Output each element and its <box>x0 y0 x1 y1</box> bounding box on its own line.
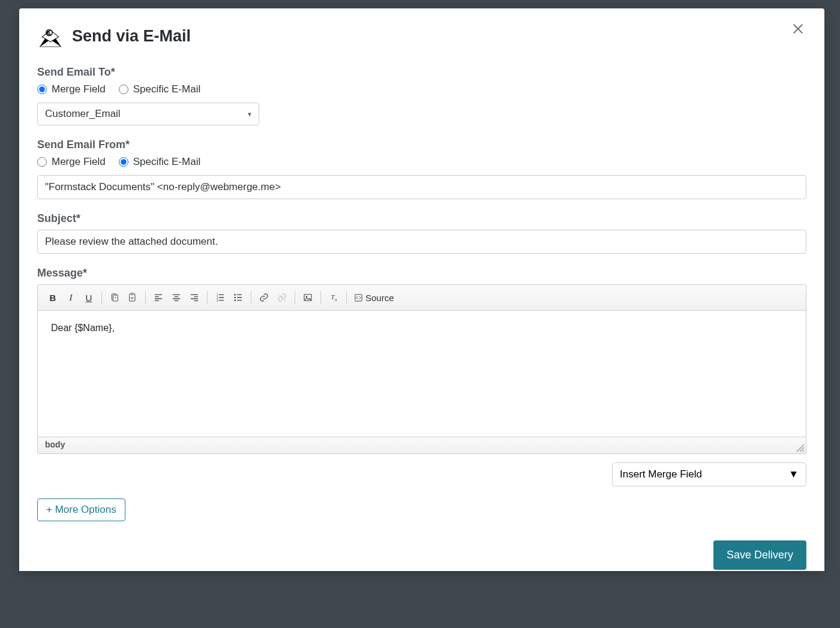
send-via-email-dialog: Send via E-Mail Send Email To* Merge Fie… <box>19 8 824 571</box>
align-center-icon <box>172 293 181 302</box>
send-from-specific-radio[interactable] <box>119 157 128 167</box>
svg-text:T: T <box>331 293 335 301</box>
send-from-specific-option[interactable]: Specific E-Mail <box>119 156 200 168</box>
toolbar-separator <box>295 291 295 304</box>
unordered-list-icon <box>233 293 243 302</box>
editor-toolbar: B I U T W <box>38 285 806 311</box>
chevron-down-icon: ▼ <box>788 468 799 480</box>
unlink-button[interactable] <box>273 290 291 305</box>
subject-input[interactable] <box>37 230 806 254</box>
svg-point-11 <box>234 294 236 296</box>
save-delivery-button[interactable]: Save Delivery <box>713 540 806 570</box>
subject-section: Subject* <box>37 212 806 254</box>
dropdown-label: Insert Merge Field <box>620 468 702 480</box>
send-from-input[interactable] <box>37 175 806 199</box>
send-to-label: Send Email To* <box>37 66 806 79</box>
toolbar-separator <box>145 291 146 304</box>
toolbar-separator <box>320 291 321 304</box>
resize-icon <box>796 444 805 452</box>
toolbar-separator <box>346 291 347 304</box>
source-button[interactable]: Source <box>350 290 398 305</box>
send-to-specific-radio[interactable] <box>119 85 128 94</box>
send-to-dropdown[interactable]: Customer_Email ▼ <box>37 103 259 125</box>
send-to-specific-option[interactable]: Specific E-Mail <box>119 83 200 95</box>
send-from-label: Send Email From* <box>37 139 806 151</box>
insert-merge-field-dropdown[interactable]: Insert Merge Field ▼ <box>612 462 806 486</box>
save-label: Save Delivery <box>727 549 793 561</box>
link-button[interactable] <box>255 290 273 305</box>
ordered-list-button[interactable]: 123 <box>211 290 229 305</box>
unlink-icon <box>277 293 287 302</box>
dialog-footer: Save Delivery <box>37 540 806 570</box>
close-button[interactable] <box>790 20 806 37</box>
message-label: Message* <box>37 267 806 280</box>
toolbar-separator <box>207 291 208 304</box>
ordered-list-icon: 123 <box>215 293 225 302</box>
svg-text:3: 3 <box>217 299 218 302</box>
radio-label: Merge Field <box>52 83 106 95</box>
subject-label: Subject* <box>37 212 806 225</box>
radio-label: Specific E-Mail <box>133 83 200 95</box>
paste-icon: W <box>128 293 137 302</box>
merge-field-row: Insert Merge Field ▼ <box>37 462 806 486</box>
svg-point-15 <box>306 296 308 298</box>
more-options-label: + More Options <box>46 504 116 516</box>
send-to-section: Send Email To* Merge Field Specific E-Ma… <box>37 66 806 125</box>
copy-icon: T <box>110 293 119 302</box>
copy-button[interactable]: T <box>106 290 124 305</box>
align-left-button[interactable] <box>149 290 167 305</box>
svg-text:W: W <box>131 296 134 300</box>
dialog-header: Send via E-Mail <box>37 23 806 49</box>
editor-element-path: body <box>45 440 65 449</box>
resize-handle[interactable] <box>796 444 805 452</box>
radio-label: Merge Field <box>52 156 106 168</box>
dialog-title: Send via E-Mail <box>72 27 191 46</box>
send-to-merge-option[interactable]: Merge Field <box>37 83 106 95</box>
source-icon <box>354 293 363 302</box>
link-icon <box>259 293 269 302</box>
svg-point-12 <box>234 297 236 299</box>
toolbar-separator <box>101 291 102 304</box>
svg-rect-6 <box>131 293 133 295</box>
remove-format-button[interactable]: Tx <box>325 290 343 305</box>
send-from-merge-radio[interactable] <box>37 157 47 167</box>
remove-format-icon: Tx <box>328 293 339 302</box>
email-icon <box>37 23 64 49</box>
image-icon <box>303 293 313 302</box>
unordered-list-button[interactable] <box>229 290 247 305</box>
svg-text:x: x <box>335 298 337 302</box>
send-to-merge-radio[interactable] <box>37 85 47 94</box>
source-label: Source <box>365 293 394 303</box>
align-center-button[interactable] <box>167 290 185 305</box>
align-right-button[interactable] <box>185 290 203 305</box>
radio-label: Specific E-Mail <box>133 156 200 168</box>
more-options-button[interactable]: + More Options <box>37 498 125 521</box>
editor-status-bar: body <box>38 437 806 453</box>
message-body-text: Dear {$Name}, <box>51 323 115 333</box>
close-icon <box>792 23 804 35</box>
underline-button[interactable]: U <box>80 290 98 305</box>
svg-point-13 <box>234 299 236 301</box>
align-right-icon <box>190 293 199 302</box>
message-section: Message* B I U T W <box>37 267 806 486</box>
send-to-radio-group: Merge Field Specific E-Mail <box>37 83 806 95</box>
italic-button[interactable]: I <box>62 290 80 305</box>
send-from-radio-group: Merge Field Specific E-Mail <box>37 156 806 168</box>
bold-button[interactable]: B <box>44 290 62 305</box>
send-from-section: Send Email From* Merge Field Specific E-… <box>37 139 806 199</box>
toolbar-separator <box>251 291 251 304</box>
align-left-icon <box>154 293 163 302</box>
editor-content[interactable]: Dear {$Name}, <box>38 311 806 437</box>
image-button[interactable] <box>299 290 317 305</box>
send-from-merge-option[interactable]: Merge Field <box>37 156 106 168</box>
chevron-down-icon: ▼ <box>247 111 253 118</box>
paste-button[interactable]: W <box>124 290 142 305</box>
dropdown-value: Customer_Email <box>45 108 121 120</box>
rich-text-editor: B I U T W <box>37 284 806 454</box>
